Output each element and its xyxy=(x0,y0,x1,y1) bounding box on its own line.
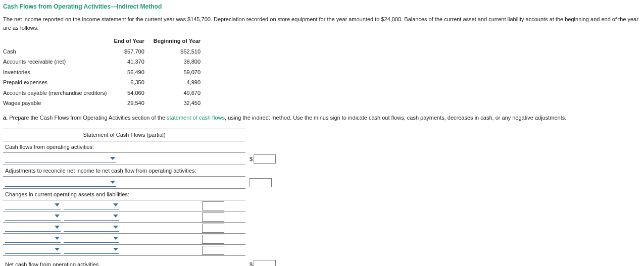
scf-net-amount-input[interactable] xyxy=(254,260,276,266)
scf-amount-input-3[interactable] xyxy=(202,201,224,210)
scf-dropdown-6b[interactable] xyxy=(64,235,119,243)
scf-dropdown-5a[interactable] xyxy=(5,224,61,232)
table-row: Inventories56,49059,070 xyxy=(3,67,210,78)
table-row: Cash$57,700$52,510 xyxy=(3,46,210,57)
table-row: Prepaid expenses6,3504,990 xyxy=(3,77,210,88)
table-header-row: End of Year Beginning of Year xyxy=(3,36,210,46)
scf-dropdown-2[interactable] xyxy=(5,179,116,187)
scf-dropdown-7b[interactable] xyxy=(64,246,119,254)
scf-amount-input-7[interactable] xyxy=(202,246,224,255)
scf-line-changes: Changes in current operating assets and … xyxy=(3,189,199,200)
scf-dropdown-1[interactable] xyxy=(5,155,116,163)
table-row: Accounts receivable (net)41,37038,800 xyxy=(3,57,210,67)
col-beg-header: Beginning of Year xyxy=(154,36,210,46)
scf-amount-input-1[interactable] xyxy=(254,154,276,164)
scf-dropdown-7a[interactable] xyxy=(5,246,61,254)
scf-net-label: Net cash flow from operating activities xyxy=(3,259,199,266)
scf-dropdown-3b[interactable] xyxy=(64,202,119,209)
qa-prefix: a. xyxy=(3,115,8,121)
scf-line-operating: Cash flows from operating activities: xyxy=(3,141,199,153)
table-row: Wages payable29,54032,450 xyxy=(3,98,210,109)
cash-flows-link[interactable]: statement of cash flows xyxy=(167,115,225,121)
scf-section: Statement of Cash Flows (partial) Cash f… xyxy=(3,129,641,266)
scf-title: Statement of Cash Flows (partial) xyxy=(3,129,245,141)
scf-amount-input-5[interactable] xyxy=(202,224,224,233)
scf-dropdown-5b[interactable] xyxy=(64,224,119,232)
question-a: a. Prepare the Cash Flows from Operating… xyxy=(3,114,641,122)
scf-dropdown-3a[interactable] xyxy=(5,202,61,209)
scf-dropdown-4a[interactable] xyxy=(5,213,61,221)
scf-dropdown-4b[interactable] xyxy=(64,213,119,221)
balances-table: End of Year Beginning of Year Cash$57,70… xyxy=(3,36,210,109)
scf-dropdown-6a[interactable] xyxy=(5,235,61,243)
scf-line-adjustments: Adjustments to reconcile net income to n… xyxy=(3,165,199,177)
scf-amount-input-6[interactable] xyxy=(202,235,224,244)
scf-amount-input-4[interactable] xyxy=(202,212,224,222)
table-row: Accounts payable (merchandise creditors)… xyxy=(3,88,210,98)
scf-amount-input-2[interactable] xyxy=(250,178,272,187)
dollar-sign: $ xyxy=(250,155,253,164)
dollar-sign: $ xyxy=(250,260,253,266)
col-end-header: End of Year xyxy=(114,36,153,46)
page-title: Cash Flows from Operating Activities—Ind… xyxy=(3,2,641,11)
intro-text: The net income reported on the income st… xyxy=(3,15,641,32)
